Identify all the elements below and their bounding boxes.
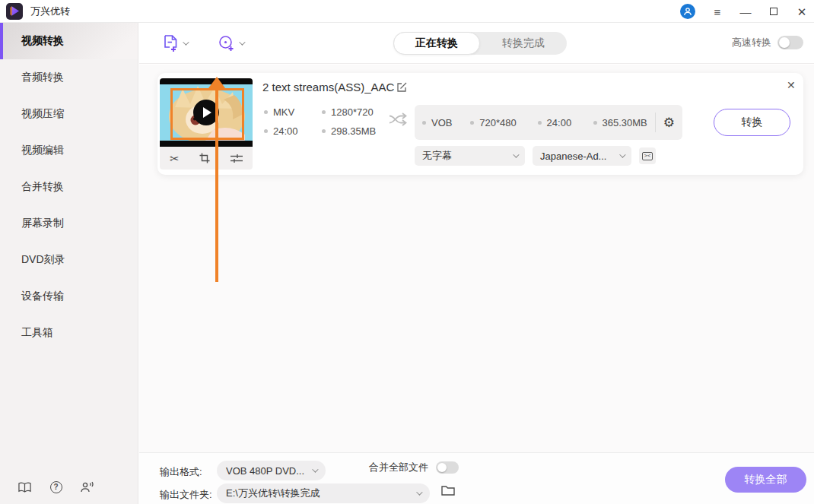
sidebar-item-label: 设备传输 — [21, 290, 64, 303]
toggle-knob — [437, 463, 447, 472]
account-avatar[interactable] — [680, 4, 695, 19]
target-duration: 24:00 — [538, 117, 593, 128]
minimize-button[interactable]: — — [739, 5, 752, 17]
subtitle-select[interactable]: 无字幕 — [415, 146, 525, 166]
bullet-dot — [264, 110, 268, 114]
thumbnail-block: ✂ — [160, 78, 253, 170]
source-size: 298.35MB — [322, 125, 376, 137]
sidebar-item-video-edit[interactable]: 视频编辑 — [0, 132, 138, 169]
sidebar-item-label: 工具箱 — [21, 326, 53, 340]
scissors-icon: ✂ — [170, 153, 180, 164]
help-icon[interactable]: ? — [49, 480, 62, 493]
help-glyph: ? — [50, 481, 62, 493]
stream-selects: 无字幕 Japanese-Ad... >< — [415, 146, 656, 166]
open-folder-button[interactable] — [441, 484, 455, 499]
source-info: MKV 1280*720 24:00 298.35MB — [264, 106, 376, 137]
sidebar-item-audio-convert[interactable]: 音频转换 — [0, 59, 138, 96]
output-format-select[interactable]: VOB 480P DVD... — [217, 461, 326, 480]
play-button[interactable] — [193, 100, 219, 125]
app-logo-icon — [6, 3, 23, 20]
convert-all-button[interactable]: 转换全部 — [725, 467, 806, 493]
add-dvd-button[interactable] — [218, 34, 243, 52]
maximize-button[interactable] — [768, 5, 780, 17]
folder-icon — [441, 484, 455, 496]
sidebar-item-video-compress[interactable]: 视频压缩 — [0, 96, 138, 132]
trim-button[interactable]: ✂ — [170, 153, 180, 164]
merge-all-group: 合并全部文件 — [369, 461, 459, 474]
bullet-dot — [322, 129, 326, 133]
output-format-label: 输出格式: — [160, 465, 202, 479]
sidebar-item-label: DVD刻录 — [21, 253, 65, 267]
chevron-down-icon — [239, 39, 245, 45]
video-thumbnail[interactable] — [160, 78, 253, 147]
settings-gear-button[interactable]: ⚙ — [663, 116, 675, 129]
chevron-down-icon — [513, 151, 519, 157]
merge-all-label: 合并全部文件 — [369, 461, 428, 474]
target-resolution: 720*480 — [470, 117, 537, 128]
adjust-sliders-icon — [231, 154, 243, 163]
guide-book-icon[interactable] — [18, 480, 31, 493]
convert-button[interactable]: 转换 — [714, 109, 790, 136]
conversion-list: ✂ 2 text streams(ASS)_AAC — [139, 65, 814, 452]
crop-button[interactable] — [199, 153, 210, 163]
sidebar-item-label: 合并转换 — [21, 180, 64, 194]
output-folder-select[interactable]: E:\万兴优转\转换完成 — [217, 483, 430, 503]
sidebar-item-dvd-burn[interactable]: DVD刻录 — [0, 242, 138, 278]
subtitle-box-icon: >< — [642, 152, 653, 160]
toolbar: 正在转换 转换完成 高速转换 — [139, 23, 814, 64]
sidebar-item-screen-record[interactable]: 屏幕录制 — [0, 205, 138, 242]
menu-icon[interactable]: ≡ — [711, 5, 723, 17]
audio-track-select[interactable]: Japanese-Ad... — [533, 146, 631, 166]
sidebar-item-label: 视频编辑 — [21, 144, 64, 157]
toggle-knob — [779, 37, 790, 48]
target-info: VOB 720*480 24:00 365.30MB ⚙ — [415, 105, 682, 140]
sidebar-item-merge-convert[interactable]: 合并转换 — [0, 169, 138, 205]
output-folder-label: 输出文件夹: — [160, 488, 212, 502]
bullet-dot — [264, 129, 268, 133]
sidebar-item-label: 音频转换 — [21, 71, 64, 84]
rename-button[interactable] — [396, 81, 408, 97]
thumbnail-toolbar: ✂ — [160, 147, 253, 170]
chevron-down-icon — [416, 489, 422, 495]
sidebar-item-device-transfer[interactable]: 设备传输 — [0, 278, 138, 315]
merge-all-toggle[interactable] — [436, 461, 459, 474]
close-button[interactable]: ✕ — [796, 5, 808, 17]
app-window: 万兴优转 ≡ — ✕ 视频转换 音频转换 视频压缩 视频编辑 合并转换 屏幕录制… — [0, 0, 814, 504]
bullet-dot — [593, 121, 597, 125]
sidebar-item-label: 屏幕录制 — [21, 217, 64, 230]
output-format-value: VOB 480P DVD... — [226, 465, 304, 477]
tab-finished[interactable]: 转换完成 — [480, 32, 567, 55]
chevron-down-icon — [312, 466, 318, 472]
output-folder-value: E:\万兴优转\转换完成 — [226, 487, 320, 500]
bullet-dot — [322, 110, 326, 114]
add-file-button[interactable] — [162, 34, 187, 52]
source-resolution: 1280*720 — [322, 106, 376, 118]
crop-icon — [199, 153, 210, 163]
status-tabs: 正在转换 转换完成 — [393, 32, 567, 55]
fast-convert-label: 高速转换 — [732, 36, 771, 49]
tab-converting[interactable]: 正在转换 — [393, 32, 480, 55]
subtitle-edit-button[interactable]: >< — [639, 147, 656, 164]
bullet-dot — [422, 121, 426, 125]
app-title: 万兴优转 — [30, 5, 70, 18]
fast-convert-toggle[interactable] — [777, 36, 803, 49]
play-icon — [203, 107, 211, 118]
audio-select-value: Japanese-Ad... — [540, 151, 606, 162]
chevron-down-icon — [183, 39, 189, 45]
add-file-icon — [162, 34, 180, 52]
file-title: 2 text streams(ASS)_AAC — [262, 81, 394, 94]
sidebar-item-label: 视频转换 — [21, 34, 64, 48]
file-row: ✂ 2 text streams(ASS)_AAC — [157, 73, 803, 175]
divider — [655, 113, 656, 132]
bullet-dot — [470, 121, 474, 125]
source-duration: 24:00 — [264, 125, 322, 137]
titlebar: 万兴优转 ≡ — ✕ — [0, 0, 814, 23]
feedback-icon[interactable] — [81, 480, 94, 493]
sidebar-item-video-convert[interactable]: 视频转换 — [0, 23, 138, 59]
remove-file-button[interactable]: ✕ — [787, 79, 796, 91]
sidebar: 视频转换 音频转换 视频压缩 视频编辑 合并转换 屏幕录制 DVD刻录 设备传输… — [0, 23, 138, 504]
add-dvd-icon — [218, 34, 236, 52]
bullet-dot — [538, 121, 542, 125]
sidebar-item-toolbox[interactable]: 工具箱 — [0, 315, 138, 351]
effects-button[interactable] — [231, 154, 243, 163]
